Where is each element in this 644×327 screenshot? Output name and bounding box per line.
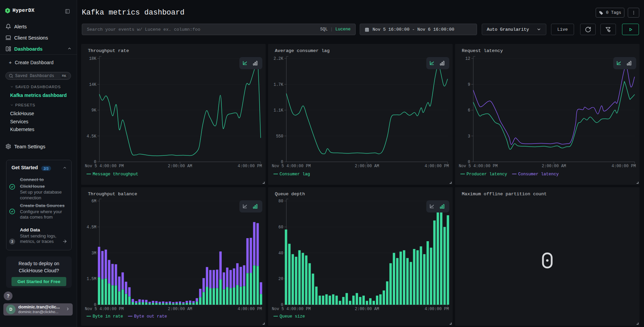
svg-text:9: 9 — [468, 82, 470, 87]
svg-text:80: 80 — [279, 199, 283, 204]
svg-text:Nov 5 4:00:00 PM: Nov 5 4:00:00 PM — [85, 164, 124, 169]
svg-text:Nov 5 4:00:00 PM: Nov 5 4:00:00 PM — [459, 164, 498, 169]
svg-text:2:00:00 AM: 2:00:00 AM — [168, 164, 192, 169]
svg-text:3M: 3M — [92, 251, 96, 256]
svg-text:60: 60 — [279, 225, 283, 230]
svg-text:Nov 5 4:00:00 PM: Nov 5 4:00:00 PM — [85, 307, 124, 311]
svg-text:4:00:00 PM: 4:00:00 PM — [238, 307, 262, 311]
svg-text:6M: 6M — [92, 199, 96, 204]
svg-text:4.5M: 4.5M — [87, 225, 96, 230]
svg-text:Consumer lag: Consumer lag — [280, 172, 310, 177]
svg-text:Nov 5 4:00:00 PM: Nov 5 4:00:00 PM — [272, 164, 311, 169]
svg-text:Consumer latency: Consumer latency — [518, 172, 559, 177]
svg-text:550: 550 — [276, 134, 283, 139]
svg-text:40: 40 — [279, 251, 283, 256]
svg-text:18K: 18K — [89, 56, 96, 61]
svg-text:1.7K: 1.7K — [273, 82, 284, 87]
svg-text:4:00:00 PM: 4:00:00 PM — [612, 164, 636, 169]
svg-text:4:00:00 PM: 4:00:00 PM — [425, 164, 449, 169]
svg-text:3: 3 — [468, 134, 470, 139]
svg-text:12: 12 — [466, 56, 470, 61]
svg-text:20: 20 — [279, 277, 283, 281]
svg-text:Producer latency: Producer latency — [467, 172, 507, 177]
svg-text:4:00:00 PM: 4:00:00 PM — [425, 307, 449, 311]
svg-text:2:00:00 AM: 2:00:00 AM — [355, 307, 379, 311]
svg-text:Queue size: Queue size — [280, 314, 305, 319]
svg-text:Nov 5 4:00:00 PM: Nov 5 4:00:00 PM — [272, 307, 311, 311]
svg-text:2:00:00 AM: 2:00:00 AM — [542, 164, 566, 169]
svg-text:6: 6 — [468, 108, 470, 113]
svg-text:Byte in rate: Byte in rate — [93, 314, 123, 319]
svg-text:14K: 14K — [89, 82, 96, 87]
svg-text:4:00:00 PM: 4:00:00 PM — [238, 164, 262, 169]
svg-text:2.2K: 2.2K — [273, 56, 284, 61]
svg-text:Message throughput: Message throughput — [93, 172, 138, 177]
svg-text:2:00:00 AM: 2:00:00 AM — [168, 307, 192, 311]
svg-text:1.5M: 1.5M — [87, 277, 96, 281]
svg-text:2:00:00 AM: 2:00:00 AM — [355, 164, 379, 169]
svg-text:9K: 9K — [92, 108, 97, 113]
svg-text:4.5K: 4.5K — [87, 134, 97, 139]
svg-text:1.1K: 1.1K — [273, 108, 284, 113]
svg-text:Byte out rate: Byte out rate — [134, 314, 167, 319]
